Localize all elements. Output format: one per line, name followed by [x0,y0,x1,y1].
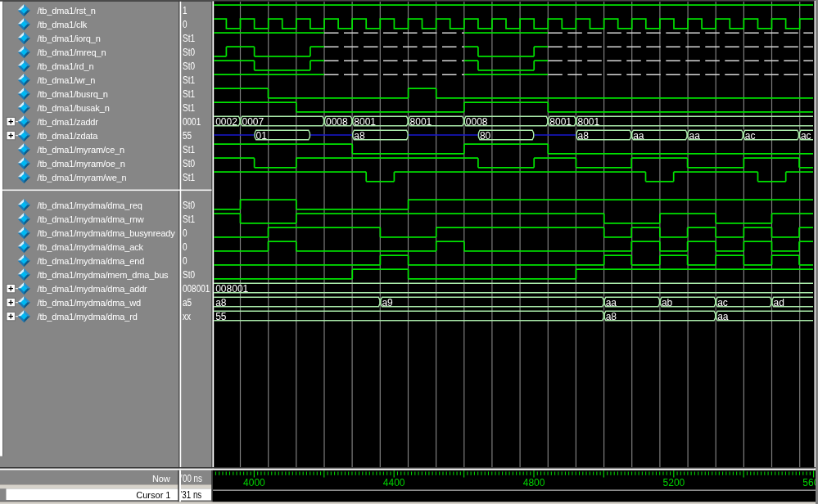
svg-text:55: 55 [183,129,192,142]
svg-text:/tb_dma1/myram/ce_n: /tb_dma1/myram/ce_n [38,145,125,155]
svg-text:5200: 5200 [663,477,685,488]
svg-text:4000: 4000 [243,477,265,488]
svg-text:/tb_dma1/mydma/dma_rnw: /tb_dma1/mydma/dma_rnw [38,214,144,224]
svg-text:/tb_dma1/mydma/dma_ack: /tb_dma1/mydma/dma_ack [38,242,144,252]
svg-text:St1: St1 [183,74,195,87]
svg-text:St1: St1 [183,143,195,156]
svg-text:/tb_dma1/busrq_n: /tb_dma1/busrq_n [38,89,108,99]
svg-text:a5: a5 [183,296,192,309]
svg-text:St0: St0 [183,46,195,59]
svg-text:0: 0 [183,254,188,268]
svg-text:St0: St0 [183,60,195,73]
svg-text:5600: 5600 [802,477,818,488]
svg-text:xx: xx [183,310,191,323]
svg-text:/tb_dma1/rst_n: /tb_dma1/rst_n [38,6,96,16]
svg-text:008001: 008001 [183,282,210,295]
svg-text:/tb_dma1/iorq_n: /tb_dma1/iorq_n [38,34,101,43]
svg-text:/tb_dma1/mydma/dma_req: /tb_dma1/mydma/dma_req [38,200,142,210]
svg-text:/tb_dma1/myram/oe_n: /tb_dma1/myram/oe_n [38,159,125,169]
svg-text:/tb_dma1/mydma/dma_end: /tb_dma1/mydma/dma_end [38,256,145,266]
svg-text:/tb_dma1/myram/we_n: /tb_dma1/myram/we_n [38,173,127,182]
svg-text:/tb_dma1/wr_n: /tb_dma1/wr_n [38,75,96,85]
svg-text:St0: St0 [183,199,195,212]
svg-text:St1: St1 [183,171,195,184]
svg-text:St0: St0 [183,268,195,281]
svg-text:4400: 4400 [383,477,405,488]
svg-text:/tb_dma1/mydma/mem_dma_bus: /tb_dma1/mydma/mem_dma_bus [38,270,169,280]
svg-text:/tb_dma1/mreq_n: /tb_dma1/mreq_n [38,47,106,57]
svg-text:St1: St1 [183,88,195,101]
svg-text:0: 0 [183,241,188,254]
svg-text:Now: Now [152,474,170,484]
svg-text:0001: 0001 [183,115,201,128]
svg-text:St1: St1 [183,213,195,226]
svg-text:/tb_dma1/zaddr: /tb_dma1/zaddr [38,117,99,127]
svg-text:/tb_dma1/clk: /tb_dma1/clk [38,20,88,29]
svg-text:0: 0 [183,18,188,31]
svg-text:4800: 4800 [523,477,545,488]
svg-text:/tb_dma1/rd_n: /tb_dma1/rd_n [38,61,94,71]
svg-text:Cursor 1: Cursor 1 [136,490,170,500]
svg-text:/tb_dma1/zdata: /tb_dma1/zdata [38,131,99,141]
svg-text:St0: St0 [183,157,195,170]
svg-text:0: 0 [183,227,188,240]
svg-text:/tb_dma1/busak_n: /tb_dma1/busak_n [38,103,110,113]
svg-text:/tb_dma1/mydma/dma_rd: /tb_dma1/mydma/dma_rd [38,312,138,322]
svg-text:1: 1 [183,4,188,17]
svg-text:/tb_dma1/mydma/dma_wd: /tb_dma1/mydma/dma_wd [38,298,141,308]
svg-text:St1: St1 [183,101,195,115]
svg-text:/tb_dma1/mydma/dma_addr: /tb_dma1/mydma/dma_addr [38,284,148,294]
svg-text:/tb_dma1/mydma/dma_busynready: /tb_dma1/mydma/dma_busynready [38,228,176,238]
svg-text:St1: St1 [183,32,195,45]
